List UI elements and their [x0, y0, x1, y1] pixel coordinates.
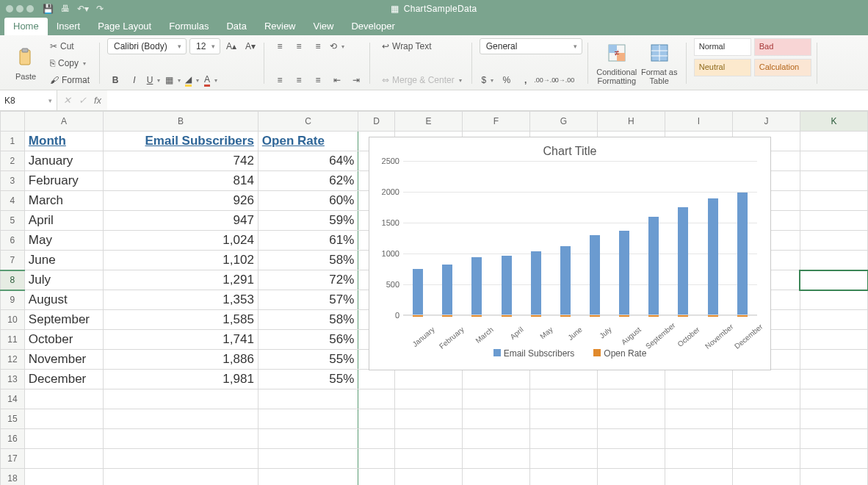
tab-page-layout[interactable]: Page Layout — [89, 18, 160, 35]
cell-E18[interactable] — [394, 469, 462, 486]
bar-November[interactable] — [708, 198, 718, 315]
bar-December[interactable] — [737, 193, 748, 315]
row-header-13[interactable]: 13 — [1, 370, 25, 389]
accounting-format-button[interactable]: $ — [480, 72, 496, 88]
embedded-chart[interactable]: Chart Title 05001000150020002500 January… — [369, 137, 771, 370]
underline-button[interactable]: U — [145, 72, 162, 88]
cell-B16[interactable] — [104, 429, 258, 449]
cell-K5[interactable] — [800, 211, 867, 231]
cell-G18[interactable] — [529, 469, 597, 486]
cell-G14[interactable] — [529, 389, 597, 409]
increase-indent-button[interactable]: ⇥ — [348, 72, 364, 88]
cell-C8[interactable]: 72% — [258, 270, 358, 290]
cell-D18[interactable] — [358, 469, 395, 486]
cell-C13[interactable]: 55% — [258, 370, 358, 389]
col-header-A[interactable]: A — [24, 112, 103, 132]
enter-formula-icon[interactable]: ✓ — [79, 95, 87, 106]
decrease-indent-button[interactable]: ⇤ — [329, 72, 345, 88]
cell-E15[interactable] — [394, 409, 462, 429]
cell-A5[interactable]: April — [24, 211, 103, 231]
col-header-K[interactable]: K — [800, 112, 867, 132]
col-header-I[interactable]: I — [665, 112, 732, 132]
legend-series-1[interactable]: Email Subscribers — [493, 348, 575, 359]
cell-K16[interactable] — [800, 429, 867, 449]
cell-E13[interactable] — [394, 370, 462, 389]
cell-C5[interactable]: 59% — [258, 211, 358, 231]
cell-A4[interactable]: March — [24, 191, 103, 211]
tab-developer[interactable]: Developer — [342, 18, 403, 35]
cell-C18[interactable] — [258, 469, 358, 486]
cell-H15[interactable] — [597, 409, 665, 429]
cell-B3[interactable]: 814 — [104, 171, 258, 191]
cell-F15[interactable] — [462, 409, 529, 429]
row-header-8[interactable]: 8 — [1, 270, 25, 290]
row-header-14[interactable]: 14 — [1, 389, 25, 409]
cell-C7[interactable]: 58% — [258, 251, 358, 270]
cell-C10[interactable]: 58% — [258, 310, 358, 330]
orientation-button[interactable]: ⟲ — [329, 38, 345, 54]
bar-October[interactable] — [678, 207, 688, 315]
cell-C4[interactable]: 60% — [258, 191, 358, 211]
tab-home[interactable]: Home — [4, 18, 48, 35]
cell-B9[interactable]: 1,353 — [104, 290, 258, 310]
cell-E14[interactable] — [394, 389, 462, 409]
row-header-11[interactable]: 11 — [1, 330, 25, 350]
bar-February[interactable] — [442, 265, 452, 315]
style-calculation[interactable]: Calculation — [754, 59, 811, 76]
number-format-select[interactable]: General — [480, 38, 582, 54]
name-box[interactable]: K8▾ — [0, 90, 57, 110]
cell-B4[interactable]: 926 — [104, 191, 258, 211]
comma-format-button[interactable]: , — [518, 72, 534, 88]
align-top-button[interactable]: ≡ — [272, 38, 288, 54]
tab-formulas[interactable]: Formulas — [160, 18, 217, 35]
cell-G13[interactable] — [529, 370, 597, 389]
cell-K7[interactable] — [800, 251, 867, 270]
align-center-button[interactable]: ≡ — [291, 72, 307, 88]
cell-G17[interactable] — [529, 449, 597, 469]
cell-F17[interactable] — [462, 449, 529, 469]
copy-button[interactable]: ⎘Copy — [46, 55, 94, 71]
cell-B17[interactable] — [104, 449, 258, 469]
cell-B5[interactable]: 947 — [104, 211, 258, 231]
cell-G15[interactable] — [529, 409, 597, 429]
col-header-F[interactable]: F — [462, 112, 529, 132]
print-icon[interactable]: 🖶 — [61, 4, 70, 13]
cell-I17[interactable] — [665, 449, 732, 469]
chart-plot-area[interactable]: 05001000150020002500 — [403, 161, 757, 315]
cell-K1[interactable] — [800, 132, 867, 151]
cell-B7[interactable]: 1,102 — [104, 251, 258, 270]
cell-I18[interactable] — [665, 469, 732, 486]
cell-K2[interactable] — [800, 151, 867, 171]
cell-A14[interactable] — [24, 389, 103, 409]
cell-I14[interactable] — [665, 389, 732, 409]
cut-button[interactable]: ✂Cut — [46, 38, 94, 54]
cell-A3[interactable]: February — [24, 171, 103, 191]
font-color-button[interactable]: A — [203, 72, 219, 88]
row-header-3[interactable]: 3 — [1, 171, 25, 191]
row-header-6[interactable]: 6 — [1, 231, 25, 251]
cell-I15[interactable] — [665, 409, 732, 429]
cell-A10[interactable]: September — [24, 310, 103, 330]
bar-May[interactable] — [531, 251, 541, 315]
cell-K10[interactable] — [800, 310, 867, 330]
increase-font-button[interactable]: A▴ — [223, 38, 239, 54]
cell-B18[interactable] — [104, 469, 258, 486]
row-header-4[interactable]: 4 — [1, 191, 25, 211]
paste-button[interactable]: Paste — [10, 38, 41, 85]
cell-K12[interactable] — [800, 350, 867, 370]
row-header-9[interactable]: 9 — [1, 290, 25, 310]
cell-A16[interactable] — [24, 429, 103, 449]
cell-F18[interactable] — [462, 469, 529, 486]
formula-input[interactable] — [107, 90, 868, 110]
cell-A13[interactable]: December — [24, 370, 103, 389]
cell-A11[interactable]: October — [24, 330, 103, 350]
cell-A9[interactable]: August — [24, 290, 103, 310]
cell-D13[interactable] — [358, 370, 395, 389]
cell-J15[interactable] — [732, 409, 800, 429]
row-header-15[interactable]: 15 — [1, 409, 25, 429]
align-right-button[interactable]: ≡ — [310, 72, 326, 88]
tab-insert[interactable]: Insert — [48, 18, 90, 35]
cell-C11[interactable]: 56% — [258, 330, 358, 350]
cell-A18[interactable] — [24, 469, 103, 486]
cell-H14[interactable] — [597, 389, 665, 409]
